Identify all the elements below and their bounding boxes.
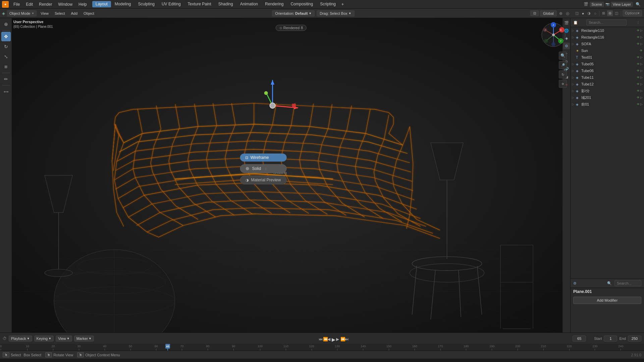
zoom-out-btn[interactable]: 🔎 <box>559 61 567 69</box>
tab-rendering[interactable]: Rendering <box>262 1 287 7</box>
tool-scale[interactable]: ⤡ <box>1 52 11 61</box>
menu-edit[interactable]: Edit <box>23 1 36 7</box>
jump-to-end-btn[interactable]: ⏭ <box>345 337 348 340</box>
visibility-icon[interactable]: 👁 <box>637 82 640 86</box>
start-frame-input[interactable]: 1 <box>604 336 617 342</box>
navigation-gizmo[interactable]: X -X Y Z <box>540 21 567 48</box>
end-frame-input[interactable]: 250 <box>628 336 641 342</box>
outliner-item[interactable]: ▷ ◈ 前01 👁 ▷ <box>571 101 644 108</box>
properties-search-input[interactable] <box>614 280 641 286</box>
tab-shading[interactable]: Shading <box>215 1 236 7</box>
outliner-item[interactable]: ▷ ◈ SOFA 👁 ▷ <box>571 41 644 47</box>
frame-ruler[interactable]: 6501020304050607080901001101201301401501… <box>0 344 644 351</box>
frame-cursor[interactable]: 65 <box>167 344 168 351</box>
visibility-icon[interactable]: 👁 <box>637 96 640 99</box>
wireframe-toggle[interactable]: ◫ <box>574 10 580 16</box>
vis-icon-2[interactable]: ▷ <box>640 62 643 66</box>
solid-mode-btn[interactable]: Solid 6 <box>240 164 286 173</box>
keying-menu-btn[interactable]: Keying ▼ <box>34 336 54 342</box>
outliner-item[interactable]: T Text01 👁 ▷ <box>571 54 644 61</box>
visibility-icon[interactable]: 👁 <box>637 36 640 39</box>
orientation-selector[interactable]: Orientation: Default ▼ <box>272 10 315 16</box>
next-keyframe-btn[interactable]: ⏩ <box>340 337 344 340</box>
viewport-menu-view[interactable]: View <box>39 11 51 16</box>
current-frame-display[interactable]: 65 <box>573 336 586 342</box>
menu-window[interactable]: Window <box>55 1 75 7</box>
visibility-icon[interactable]: 👁 <box>637 76 640 79</box>
outliner-search-input[interactable] <box>586 19 627 25</box>
tab-sculpting[interactable]: Sculpting <box>135 1 158 7</box>
visibility-icon[interactable]: 👁 <box>637 69 640 72</box>
proportional-edit-icon[interactable]: ◎ <box>565 10 571 16</box>
search-icon-prop[interactable]: 🔍 <box>607 281 612 286</box>
visibility-icon[interactable]: 👁 <box>637 29 640 32</box>
visibility-icon[interactable]: 👁 <box>640 49 643 52</box>
scene-selector[interactable]: Scene <box>590 2 604 7</box>
tab-scripting[interactable]: Scripting <box>317 1 339 7</box>
outliner-item[interactable]: ▷ ◈ Rectangle116 👁 ▷ <box>571 34 644 41</box>
tool-measure[interactable]: ⟺ <box>1 87 11 96</box>
camera-icon-small[interactable]: ▷ <box>640 29 643 32</box>
playback-menu-btn[interactable]: Playback ▼ <box>9 336 32 342</box>
search-icon[interactable]: 🔍 <box>634 2 642 7</box>
visibility-icon[interactable]: 👁 <box>637 103 640 106</box>
tab-layout[interactable]: Layout <box>92 1 111 7</box>
visibility-icon[interactable]: 👁 <box>637 42 640 46</box>
material-shading-btn[interactable]: ◑ <box>586 10 592 16</box>
tab-add[interactable]: + <box>339 1 346 7</box>
nav-orbit-btn[interactable]: ↻ <box>559 70 567 78</box>
add-modifier-btn[interactable]: Add Modifier <box>573 297 641 304</box>
menu-render[interactable]: Render <box>36 1 55 7</box>
drag-selector[interactable]: Drag: Select Box ▼ <box>317 10 354 16</box>
vis-icon-3[interactable]: ▷ <box>640 69 643 72</box>
viewport-menu-select[interactable]: Select <box>53 11 67 16</box>
select-icon[interactable]: ▷ <box>640 56 643 59</box>
tab-modeling[interactable]: Modeling <box>111 1 135 7</box>
solid-shading-btn[interactable]: ● <box>581 11 586 16</box>
marker-menu-btn[interactable]: Marker ▼ <box>74 336 94 342</box>
tab-animation[interactable]: Animation <box>237 1 261 7</box>
vis-icon-8[interactable]: ▷ <box>640 103 643 106</box>
options-btn[interactable]: Options▾ <box>623 10 642 16</box>
tool-move[interactable]: ✥ <box>1 32 11 41</box>
nav-fly-btn[interactable]: ✈ <box>559 80 567 88</box>
xray-toggle[interactable]: ◫ <box>613 10 620 16</box>
tab-compositing[interactable]: Compositing <box>287 1 316 7</box>
gizmos-toggle[interactable]: ⊞ <box>601 10 606 16</box>
zoom-in-btn[interactable]: 🔍 <box>559 52 567 60</box>
outliner-item[interactable]: ▷ ◈ Rectangle110 👁 ▷ <box>571 27 644 34</box>
global-orient-btn[interactable]: Global <box>540 10 557 16</box>
prev-frame-btn[interactable]: ◀ <box>327 337 331 340</box>
outliner-item[interactable]: ▷ ◈ 影/分 👁 ▷ <box>571 87 644 94</box>
wireframe-mode-btn[interactable]: ⊡ Wireframe <box>240 154 286 162</box>
vis-icon-5[interactable]: ▷ <box>640 82 643 86</box>
menu-help[interactable]: Help <box>76 1 90 7</box>
material-preview-btn[interactable]: ◑ Material Preview <box>240 176 286 184</box>
outliner-item[interactable]: ☀ Sun 👁 <box>571 47 644 54</box>
visibility-icon[interactable]: 👁 <box>637 56 640 59</box>
object-mode-selector[interactable]: Object Mode ▼ <box>7 10 37 16</box>
view-menu-btn[interactable]: View ▼ <box>56 336 72 342</box>
overlays-toggle[interactable]: ⊚ <box>607 10 613 16</box>
outliner-filter-btn[interactable]: ⋮ <box>635 20 641 25</box>
play-btn[interactable]: ▶ <box>332 337 335 340</box>
render-vis-icon[interactable]: ▷ <box>640 36 643 39</box>
rendered-shading-btn[interactable]: ○ <box>593 11 598 16</box>
vis-icon-7[interactable]: ▷ <box>640 96 643 99</box>
3d-viewport[interactable]: User Perspective (65) Collection | Plane… <box>12 18 570 333</box>
menu-file[interactable]: File <box>11 1 22 7</box>
outliner-item[interactable]: ▷ ◈ Tube12 👁 ▷ <box>571 81 644 87</box>
vis-icon-4[interactable]: ▷ <box>640 76 643 79</box>
visibility-icon[interactable]: 👁 <box>637 62 640 66</box>
snap-icon[interactable]: ⊕ <box>558 10 564 16</box>
tab-texture-paint[interactable]: Texture Paint <box>184 1 215 7</box>
prev-keyframe-btn[interactable]: ⏪ <box>323 337 326 340</box>
outliner-item[interactable]: ▷ ◈ Tube11 👁 ▷ <box>571 74 644 81</box>
viewport-menu-add[interactable]: Add <box>69 11 80 16</box>
outliner-item[interactable]: ▷ ◈ 域201 👁 ▷ <box>571 94 644 101</box>
vis-icon-6[interactable]: ▷ <box>640 89 643 93</box>
tool-annotate[interactable]: ✏ <box>1 74 11 84</box>
view-layer-selector[interactable]: View Layer <box>611 2 633 7</box>
outliner-item[interactable]: ▷ ◈ Tube06 👁 ▷ <box>571 67 644 74</box>
tool-rotate[interactable]: ↻ <box>1 42 11 51</box>
